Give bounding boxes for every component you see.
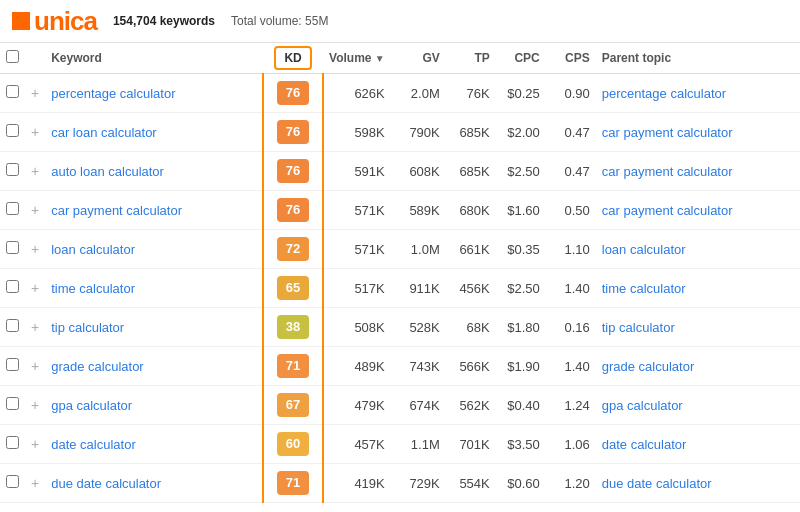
volume-cell: 571K	[323, 191, 391, 230]
tp-cell: 76K	[446, 74, 496, 113]
add-keyword-button[interactable]: +	[25, 152, 45, 191]
kd-cell: 67	[263, 386, 323, 425]
row-checkbox[interactable]	[0, 347, 25, 386]
tp-cell: 456K	[446, 269, 496, 308]
select-all-checkbox[interactable]	[0, 43, 25, 74]
keyword-cell[interactable]: car payment calculator	[45, 191, 263, 230]
keyword-cell[interactable]: time calculator	[45, 269, 263, 308]
table-row: + gpa calculator 67 479K 674K 562K $0.40…	[0, 386, 800, 425]
cps-header[interactable]: CPS	[546, 43, 596, 74]
kd-cell: 65	[263, 269, 323, 308]
cpc-cell: $3.50	[496, 425, 546, 464]
keyword-cell[interactable]: gpa calculator	[45, 386, 263, 425]
volume-cell: 591K	[323, 152, 391, 191]
gv-cell: 674K	[391, 386, 446, 425]
row-checkbox[interactable]	[0, 464, 25, 503]
table-row: + loan calculator 72 571K 1.0M 661K $0.3…	[0, 230, 800, 269]
tp-header[interactable]: TP	[446, 43, 496, 74]
add-keyword-button[interactable]: +	[25, 191, 45, 230]
cps-cell: 0.47	[546, 152, 596, 191]
tp-cell: 685K	[446, 152, 496, 191]
cps-cell: 0.16	[546, 308, 596, 347]
cps-cell: 1.10	[546, 230, 596, 269]
row-checkbox[interactable]	[0, 269, 25, 308]
add-keyword-button[interactable]: +	[25, 386, 45, 425]
tp-cell: 661K	[446, 230, 496, 269]
gv-cell: 729K	[391, 464, 446, 503]
gv-cell: 790K	[391, 113, 446, 152]
gv-cell: 608K	[391, 152, 446, 191]
row-checkbox[interactable]	[0, 191, 25, 230]
table-row: + car payment calculator 76 571K 589K 68…	[0, 191, 800, 230]
header: unica 154,704 keywords Total volume: 55M	[0, 0, 800, 43]
row-checkbox[interactable]	[0, 152, 25, 191]
volume-cell: 508K	[323, 308, 391, 347]
parent-topic-cell[interactable]: car payment calculator	[596, 191, 800, 230]
gv-cell: 589K	[391, 191, 446, 230]
kd-cell: 71	[263, 464, 323, 503]
keyword-header[interactable]: Keyword	[45, 43, 263, 74]
parent-topic-cell[interactable]: car payment calculator	[596, 152, 800, 191]
kd-header[interactable]: KD	[263, 43, 323, 74]
parent-topic-cell[interactable]: date calculator	[596, 425, 800, 464]
add-keyword-button[interactable]: +	[25, 113, 45, 152]
table-container: Keyword KD Volume ▼ GV TP CPC CPS Parent…	[0, 43, 800, 503]
cpc-cell: $2.50	[496, 269, 546, 308]
row-checkbox[interactable]	[0, 113, 25, 152]
keyword-cell[interactable]: percentage calculator	[45, 74, 263, 113]
cps-cell: 0.47	[546, 113, 596, 152]
table-row: + car loan calculator 76 598K 790K 685K …	[0, 113, 800, 152]
keyword-cell[interactable]: loan calculator	[45, 230, 263, 269]
add-keyword-button[interactable]: +	[25, 308, 45, 347]
parent-topic-cell[interactable]: due date calculator	[596, 464, 800, 503]
cpc-cell: $0.60	[496, 464, 546, 503]
add-keyword-button[interactable]: +	[25, 425, 45, 464]
add-keyword-button[interactable]: +	[25, 269, 45, 308]
gv-cell: 1.1M	[391, 425, 446, 464]
cpc-cell: $2.00	[496, 113, 546, 152]
cps-cell: 1.24	[546, 386, 596, 425]
row-checkbox[interactable]	[0, 74, 25, 113]
gv-cell: 528K	[391, 308, 446, 347]
volume-cell: 489K	[323, 347, 391, 386]
cpc-cell: $1.90	[496, 347, 546, 386]
kd-cell: 76	[263, 191, 323, 230]
kd-cell: 76	[263, 74, 323, 113]
table-row: + time calculator 65 517K 911K 456K $2.5…	[0, 269, 800, 308]
volume-cell: 457K	[323, 425, 391, 464]
add-keyword-button[interactable]: +	[25, 74, 45, 113]
parent-topic-cell[interactable]: tip calculator	[596, 308, 800, 347]
gv-header[interactable]: GV	[391, 43, 446, 74]
parent-topic-cell[interactable]: car payment calculator	[596, 113, 800, 152]
add-keyword-button[interactable]: +	[25, 347, 45, 386]
tp-cell: 701K	[446, 425, 496, 464]
kd-cell: 72	[263, 230, 323, 269]
gv-cell: 911K	[391, 269, 446, 308]
tp-cell: 680K	[446, 191, 496, 230]
volume-cell: 571K	[323, 230, 391, 269]
volume-header[interactable]: Volume ▼	[323, 43, 391, 74]
row-checkbox[interactable]	[0, 308, 25, 347]
cpc-header[interactable]: CPC	[496, 43, 546, 74]
kd-cell: 60	[263, 425, 323, 464]
add-keyword-button[interactable]: +	[25, 230, 45, 269]
gv-cell: 2.0M	[391, 74, 446, 113]
keyword-cell[interactable]: tip calculator	[45, 308, 263, 347]
parent-topic-cell[interactable]: percentage calculator	[596, 74, 800, 113]
add-keyword-button[interactable]: +	[25, 464, 45, 503]
tp-cell: 562K	[446, 386, 496, 425]
row-checkbox[interactable]	[0, 425, 25, 464]
row-checkbox[interactable]	[0, 230, 25, 269]
keyword-cell[interactable]: auto loan calculator	[45, 152, 263, 191]
parent-topic-cell[interactable]: time calculator	[596, 269, 800, 308]
parent-topic-cell[interactable]: loan calculator	[596, 230, 800, 269]
parent-topic-cell[interactable]: gpa calculator	[596, 386, 800, 425]
keyword-cell[interactable]: date calculator	[45, 425, 263, 464]
parent-topic-header[interactable]: Parent topic	[596, 43, 800, 74]
keyword-cell[interactable]: car loan calculator	[45, 113, 263, 152]
parent-topic-cell[interactable]: grade calculator	[596, 347, 800, 386]
keyword-cell[interactable]: grade calculator	[45, 347, 263, 386]
row-checkbox[interactable]	[0, 386, 25, 425]
plus-header	[25, 43, 45, 74]
keyword-cell[interactable]: due date calculator	[45, 464, 263, 503]
